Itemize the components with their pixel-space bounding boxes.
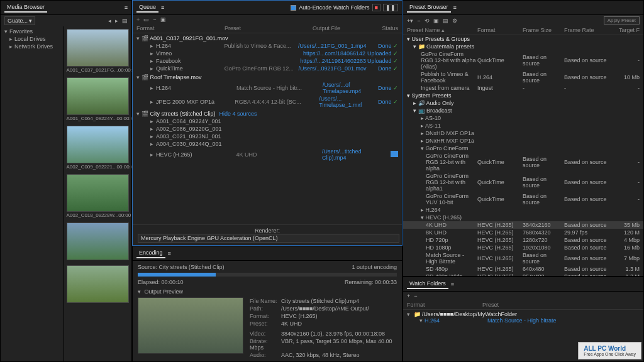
duplicate-button[interactable]: ▣	[160, 16, 166, 23]
preset-row[interactable]: ▸ AS-11	[403, 122, 643, 129]
preset-header-size[interactable]: Frame Size	[523, 27, 564, 33]
stop-button[interactable]: ■	[372, 4, 380, 11]
thumb-name: A001_C037_0921FG...	[67, 67, 118, 73]
watch-item-row[interactable]: ▾ H.264 Match Source - High bitrate	[407, 317, 640, 324]
preset-row[interactable]: GoPro CineForm RGB 12-bit with alpha (Al…	[403, 50, 643, 70]
media-thumbnail[interactable]	[67, 222, 130, 260]
preset-sync-button[interactable]: ⟲	[425, 18, 430, 24]
output-preview-thumb	[138, 297, 243, 354]
queue-header-format: Format	[136, 25, 225, 31]
queue-item[interactable]: ▸H.264Publish to Vimeo & Face.../Users/.…	[133, 42, 402, 50]
media-thumbnail[interactable]	[67, 126, 130, 163]
preset-header-target[interactable]: Target F	[614, 27, 640, 33]
media-browser-header: Media Browser ≡	[1, 1, 131, 15]
preset-row[interactable]: ▾ GoPro CineForm	[403, 145, 643, 152]
panel-menu-icon[interactable]: ≡	[168, 250, 171, 256]
preset-row[interactable]: Match Source - High BitrateHEVC (H.265)B…	[403, 251, 643, 265]
panel-menu-icon[interactable]: ≡	[125, 4, 128, 11]
queue-header-status: Status	[360, 25, 398, 31]
folder-network[interactable]: ▸Network Drives	[1, 43, 64, 50]
renderer-dropdown[interactable]: Mercury Playback Engine GPU Acceleration…	[138, 234, 399, 243]
back-icon[interactable]: ◂	[108, 18, 111, 24]
queue-group[interactable]: ▾ 🎬 Roof Timelapse.mov	[133, 72, 402, 81]
preset-row[interactable]: ▾ 📁 Guatemala presets	[403, 43, 643, 50]
queue-item[interactable]: ▸Facebookhttps://...24119614602283Upload…	[133, 57, 402, 65]
preset-header-name[interactable]: Preset Name ▴	[407, 27, 477, 33]
encoding-tab[interactable]: Encoding	[136, 248, 165, 258]
media-dropdown[interactable]: Guate... ▾	[4, 16, 35, 25]
preset-export-button[interactable]: ▤	[443, 18, 448, 24]
preset-row[interactable]: 4K UHDHEVC (H.265)3840x2160Based on sour…	[403, 221, 643, 229]
preset-row[interactable]: ▸ H.264	[403, 206, 643, 214]
watch-header-format: Format	[407, 302, 482, 308]
preset-row[interactable]: ▾ 📺 Broadcast	[403, 107, 643, 114]
remove-button[interactable]: −	[153, 16, 156, 23]
queue-item[interactable]: ▸A002_C086_09220G_001	[133, 125, 402, 133]
preset-row[interactable]: ▾ User Presets & Groups	[403, 35, 643, 43]
thumb-name: A002_C009_092221...	[67, 164, 117, 170]
panel-menu-icon[interactable]: ≡	[161, 4, 164, 11]
preset-row[interactable]: ▸ AS-10	[403, 114, 643, 122]
pause-button[interactable]: ❚❚	[383, 4, 398, 11]
preset-row[interactable]: GoPro CineForm RGB 12-bit with alphaQuic…	[403, 152, 643, 172]
queue-item[interactable]: ▸Vimeohttps://...com/184066142Uploaded ✓	[133, 50, 402, 57]
auto-encode-label: Auto-Encode Watch Folders	[299, 4, 369, 11]
preset-row[interactable]: ▾ System Presets	[403, 92, 643, 99]
watch-folder-row[interactable]: ▾ 📁 /Users/■■■■/Desktop/MyWatchFolder	[407, 311, 640, 317]
preset-row[interactable]: GoPro CineForm RGB 12-bit with alpha1Qui…	[403, 172, 643, 192]
preset-row[interactable]: 8K UHDHEVC (H.265)7680x432029.97 fps120 …	[403, 229, 643, 236]
preset-row[interactable]: ▸ DNxHR MXF OP1a	[403, 137, 643, 145]
queue-item[interactable]: ▸H.264Match Source - High bitr.../Users/…	[133, 81, 402, 95]
media-thumbnail[interactable]	[67, 29, 130, 67]
panel-menu-icon[interactable]: ≡	[453, 4, 457, 11]
add-output-button[interactable]: ▭	[143, 16, 149, 23]
auto-encode-checkbox[interactable]	[291, 5, 296, 11]
thumb-name: A002_C018_09228W...	[67, 212, 119, 218]
add-source-button[interactable]: +	[136, 16, 140, 23]
queue-item[interactable]: ▸QuickTimeGoPro CineForm RGB 12.../Users…	[133, 65, 402, 72]
media-thumbnail[interactable]	[67, 174, 130, 212]
folder-favorites[interactable]: ▾Favorites	[1, 28, 64, 35]
media-thumbnail[interactable]	[67, 265, 130, 303]
preset-add-button[interactable]: +▾	[407, 18, 413, 24]
hide-sources-link[interactable]: Hide 4 sources	[219, 111, 257, 117]
preset-row[interactable]: SD 480pHEVC (H.265)640x480Based on sourc…	[403, 265, 643, 273]
queue-item[interactable]: ▸HEVC (H.265)4K UHD/Users/...titched Cli…	[133, 148, 402, 162]
folder-local[interactable]: ▸Local Drives	[1, 35, 64, 43]
watch-folders-tab[interactable]: Watch Folders	[407, 279, 448, 289]
panel-menu-icon[interactable]: ≡	[451, 281, 454, 287]
filter-icon[interactable]: ▤	[122, 18, 128, 24]
queue-item[interactable]: ▸JPEG 2000 MXF OP1aRGBA 4:4:4:4 12-bit (…	[133, 95, 402, 109]
preset-row[interactable]: GoPro CineForm YUV 10-bitQuickTimeBased …	[403, 192, 643, 206]
preset-settings-button[interactable]: ⚙	[452, 18, 457, 24]
renderer-label: Renderer:	[255, 228, 280, 234]
preset-row[interactable]: HD 720pHEVC (H.265)1280x720Based on sour…	[403, 236, 643, 244]
output-preview-label[interactable]: Output Preview	[145, 288, 184, 295]
watch-add-button[interactable]: +	[407, 293, 410, 299]
preset-row[interactable]: ▸ 🔊 Audio Only	[403, 99, 643, 107]
forward-icon[interactable]: ▸	[115, 18, 118, 24]
preset-row[interactable]: SD 480p WideHEVC (H.265)854x480Based on …	[403, 273, 643, 276]
watermark: ALL PC World Free Apps One Click Away	[578, 342, 641, 359]
preset-row[interactable]: Ingest from cameraIngest---	[403, 84, 643, 92]
queue-group[interactable]: ▾ 🎬 City streets (Stitched Clip)Hide 4 s…	[133, 109, 402, 118]
watch-remove-button[interactable]: −	[414, 293, 417, 299]
queue-item[interactable]: ▸A001_C064_09224Y_001	[133, 118, 402, 125]
preset-import-button[interactable]: ▣	[433, 18, 439, 24]
media-thumbnail[interactable]	[67, 77, 130, 115]
preset-header-format[interactable]: Format	[477, 27, 523, 33]
thumb-time: 00:00:06:14	[118, 67, 131, 73]
preset-header-rate[interactable]: Frame Rate	[564, 27, 614, 33]
preset-remove-button[interactable]: −	[417, 18, 420, 24]
apply-preset-button[interactable]: Apply Preset	[604, 16, 640, 25]
preset-browser-tab[interactable]: Preset Browser	[407, 3, 451, 13]
queue-group[interactable]: ▾ 🎬 A001_C037_0921FG_001.mov	[133, 33, 402, 42]
preset-row[interactable]: Publish to Vimeo & FacebookH.264Based on…	[403, 70, 643, 84]
preset-row[interactable]: HD 1080pHEVC (H.265)1920x1080Based on so…	[403, 244, 643, 251]
queue-item[interactable]: ▸A004_C030_09244Q_001	[133, 140, 402, 148]
queue-tab[interactable]: Queue	[136, 3, 158, 13]
preset-row[interactable]: ▸ DNxHD MXF OP1a	[403, 129, 643, 137]
preset-row[interactable]: ▾ HEVC (H.265)	[403, 214, 643, 221]
media-browser-tab[interactable]: Media Browser	[4, 3, 47, 13]
queue-item[interactable]: ▸A003_C021_0923NJ_001	[133, 133, 402, 140]
